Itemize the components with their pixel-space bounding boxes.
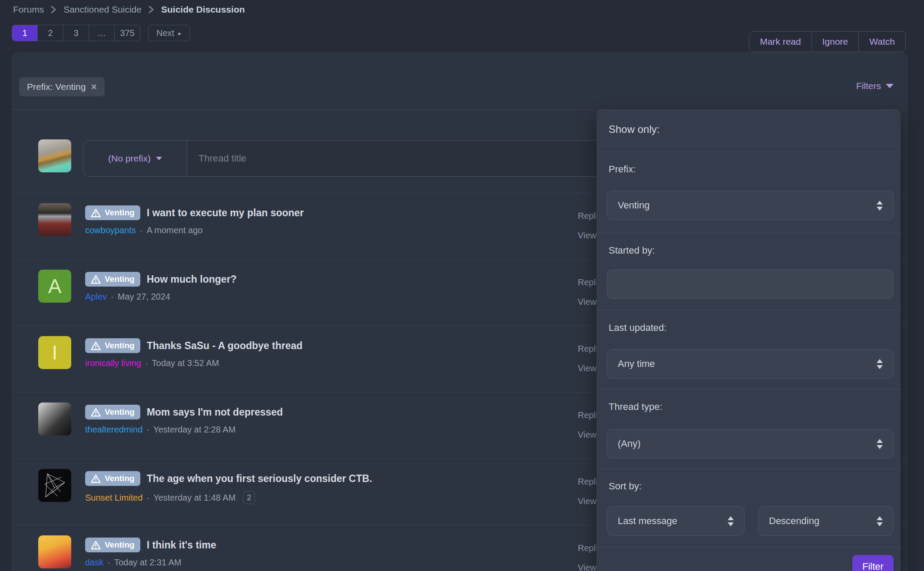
- page-button-2[interactable]: 2: [38, 25, 63, 41]
- arrow-right-icon: ▸: [178, 30, 182, 36]
- divider: [596, 233, 901, 233]
- panel-heading: Show only:: [609, 123, 659, 135]
- warning-icon: [91, 341, 101, 350]
- prefix-badge[interactable]: Venting: [85, 205, 140, 220]
- prefix-badge[interactable]: Venting: [85, 471, 140, 486]
- divider: [596, 310, 901, 310]
- watch-button[interactable]: Watch: [859, 32, 905, 52]
- page-group: 1 2 3 … 375: [12, 25, 140, 41]
- thread-timestamp[interactable]: Yesterday at 1:48 AM: [153, 493, 235, 503]
- caret-down-icon: [156, 157, 162, 160]
- meta-separator: ·: [146, 493, 149, 503]
- author-link[interactable]: thealteredmind: [85, 425, 142, 435]
- warning-icon: [91, 208, 101, 218]
- meta-separator: ·: [145, 358, 148, 368]
- composer-avatar[interactable]: [38, 139, 71, 172]
- thread-title-link[interactable]: Mom says I'm not depressed: [147, 406, 283, 418]
- breadcrumb: Forums Sanctioned Suicide Suicide Discus…: [13, 4, 245, 15]
- sort-direction-select[interactable]: Descending: [758, 506, 894, 536]
- divider: [596, 389, 901, 389]
- select-spinner-icon: [877, 201, 883, 211]
- warning-icon: [91, 408, 101, 417]
- next-page-button[interactable]: Next ▸: [148, 25, 190, 41]
- ignore-button[interactable]: Ignore: [812, 32, 859, 52]
- warning-icon: [91, 541, 101, 550]
- thread-timestamp[interactable]: Today at 3:52 AM: [152, 358, 219, 368]
- prefix-badge[interactable]: Venting: [85, 405, 140, 419]
- meta-separator: ·: [140, 225, 143, 235]
- thread-title-link[interactable]: How much longer?: [147, 274, 237, 285]
- started-by-label: Started by:: [609, 245, 655, 256]
- breadcrumb-item-forum[interactable]: Sanctioned Suicide: [63, 4, 142, 15]
- sort-by-label: Sort by:: [609, 481, 642, 492]
- thread-title-link[interactable]: I want to execute my plan sooner: [147, 207, 304, 219]
- page-2-badge[interactable]: 2: [243, 491, 255, 504]
- select-spinner-icon: [877, 359, 883, 369]
- filter-panel: Show only: Prefix: Venting Started by: L…: [596, 110, 901, 571]
- divider: [596, 547, 901, 548]
- page-ellipsis[interactable]: …: [89, 25, 115, 41]
- filter-submit-button[interactable]: Filter: [852, 555, 894, 571]
- meta-separator: ·: [146, 425, 149, 435]
- select-spinner-icon: [728, 516, 734, 526]
- chip-close-icon[interactable]: ×: [91, 81, 96, 93]
- filters-toggle[interactable]: Filters: [856, 81, 894, 91]
- warning-icon: [91, 275, 101, 284]
- author-link[interactable]: dask: [85, 558, 103, 568]
- author-link[interactable]: ironically living: [85, 358, 141, 368]
- avatar[interactable]: I: [38, 336, 71, 369]
- sort-field-select[interactable]: Last message: [607, 506, 745, 536]
- avatar[interactable]: [38, 469, 71, 502]
- thread-timestamp[interactable]: Today at 2:31 AM: [114, 558, 182, 568]
- last-updated-label: Last updated:: [609, 322, 666, 333]
- chevron-right-icon: [51, 5, 56, 14]
- pagination: 1 2 3 … 375 Next ▸: [12, 25, 190, 41]
- select-spinner-icon: [877, 439, 883, 449]
- divider: [596, 469, 901, 469]
- avatar[interactable]: [38, 203, 71, 236]
- breadcrumb-item-current: Suicide Discussion: [161, 4, 245, 15]
- divider: [596, 152, 901, 152]
- prefix-badge[interactable]: Venting: [85, 338, 140, 353]
- breadcrumb-item-forums[interactable]: Forums: [13, 4, 44, 15]
- thread-timestamp[interactable]: Yesterday at 2:28 AM: [153, 425, 235, 435]
- thread-timestamp[interactable]: May 27, 2024: [118, 292, 170, 302]
- prefix-select[interactable]: Venting: [607, 191, 894, 220]
- thread-title-link[interactable]: Thanks SaSu - A goodbye thread: [147, 340, 303, 352]
- thread-type-label: Thread type:: [609, 401, 662, 413]
- last-updated-select[interactable]: Any time: [607, 349, 894, 379]
- thread-title-link[interactable]: I think it's time: [147, 539, 216, 551]
- prefix-badge[interactable]: Venting: [85, 272, 140, 287]
- warning-icon: [91, 474, 101, 483]
- mark-read-button[interactable]: Mark read: [749, 32, 812, 52]
- meta-separator: ·: [111, 292, 114, 302]
- geometric-avatar-art: [41, 471, 68, 500]
- prefix-selector[interactable]: (No prefix): [83, 141, 187, 176]
- thread-title-link[interactable]: The age when you first seriously conside…: [147, 473, 372, 485]
- select-spinner-icon: [877, 516, 883, 526]
- author-link[interactable]: Sunset Limited: [85, 493, 142, 503]
- chevron-right-icon: [149, 5, 154, 14]
- prefix-badge[interactable]: Venting: [85, 538, 140, 552]
- started-by-input[interactable]: [607, 270, 894, 299]
- author-link[interactable]: Aplev: [85, 292, 107, 302]
- prefix-filter-chip[interactable]: Prefix: Venting ×: [19, 77, 105, 96]
- forum-actions: Mark read Ignore Watch: [749, 31, 906, 52]
- avatar[interactable]: [38, 403, 71, 436]
- page-button-375[interactable]: 375: [115, 25, 140, 41]
- thread-type-select[interactable]: (Any): [607, 429, 894, 459]
- avatar[interactable]: [38, 535, 71, 568]
- avatar[interactable]: A: [38, 270, 71, 303]
- meta-separator: ·: [107, 558, 110, 568]
- caret-down-icon: [886, 84, 894, 88]
- thread-timestamp[interactable]: A moment ago: [146, 225, 202, 235]
- author-link[interactable]: cowboypants: [85, 225, 136, 235]
- filter-bar: Prefix: Venting × Filters: [12, 52, 908, 110]
- page-button-1[interactable]: 1: [12, 25, 38, 41]
- prefix-label: Prefix:: [609, 164, 636, 175]
- page-button-3[interactable]: 3: [63, 25, 89, 41]
